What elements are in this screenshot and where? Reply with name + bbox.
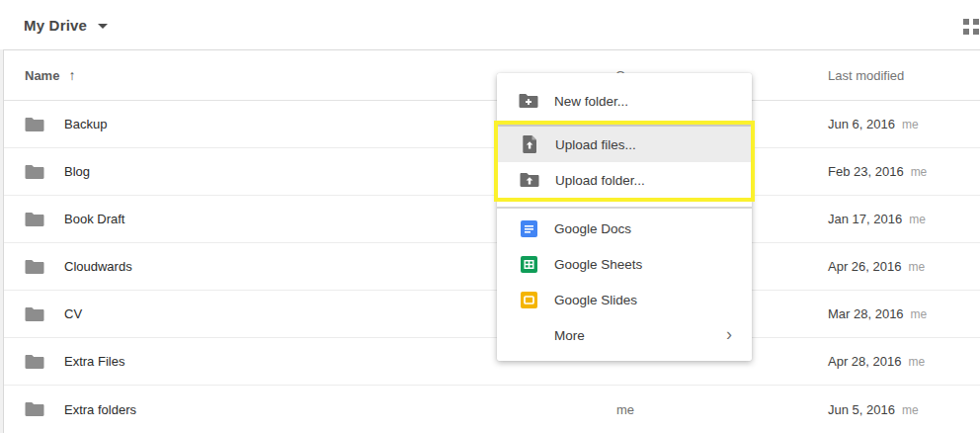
folder-name: Backup: [64, 117, 107, 131]
modified-by: me: [902, 118, 919, 131]
folder-icon: [25, 164, 44, 180]
caret-down-icon: [98, 24, 108, 29]
folder-icon: [25, 212, 44, 227]
last-modified-cell: Jun 5, 2016me: [828, 402, 919, 417]
modified-by: me: [911, 307, 928, 321]
menu-item-upload-folder[interactable]: Upload folder...: [498, 162, 751, 198]
table-row[interactable]: Extra Files Apr 28, 2016me: [4, 338, 980, 386]
table-row[interactable]: Book Draft Jan 17, 2016me: [4, 196, 980, 243]
google-docs-icon: [519, 219, 538, 237]
folder-icon: [25, 306, 44, 322]
folder-name: Blog: [64, 164, 90, 179]
new-context-menu: New folder... Upload files... Upload fol…: [497, 73, 752, 361]
folder-name: Cloudwards: [64, 259, 132, 274]
last-modified-cell: Apr 26, 2016me: [828, 259, 925, 274]
menu-item-more[interactable]: More ›: [497, 317, 752, 353]
modified-by: me: [908, 260, 925, 274]
table-row[interactable]: Cloudwards Apr 26, 2016me: [4, 243, 980, 291]
google-slides-icon: [519, 291, 538, 308]
menu-divider: [497, 207, 752, 209]
menu-item-upload-files[interactable]: Upload files...: [498, 127, 751, 162]
column-header-last-modified[interactable]: Last modified: [828, 68, 904, 83]
new-folder-icon: [519, 92, 538, 110]
menu-item-label: New folder...: [554, 94, 628, 109]
my-drive-dropdown[interactable]: My Drive: [24, 17, 108, 34]
menu-item-google-docs[interactable]: Google Docs: [497, 211, 752, 246]
folder-icon: [25, 354, 44, 370]
menu-item-new-folder[interactable]: New folder...: [497, 81, 752, 121]
menu-item-label: Google Docs: [554, 221, 631, 236]
table-row[interactable]: CV Mar 28, 2016me: [4, 291, 980, 338]
column-header-name[interactable]: Name ↑: [25, 67, 75, 83]
last-modified-cell: Feb 23, 2016me: [828, 164, 927, 179]
modified-by: me: [908, 355, 925, 369]
last-modified-cell: Jun 6, 2016me: [828, 117, 919, 131]
menu-item-label: Upload files...: [555, 137, 636, 152]
modified-by: me: [902, 403, 919, 417]
owner-cell: me: [616, 402, 634, 417]
menu-item-label: More: [554, 328, 585, 343]
folder-name: Extra folders: [64, 402, 136, 417]
folder-name: Book Draft: [64, 212, 124, 226]
name-header-label: Name: [25, 68, 59, 83]
table-row[interactable]: Backup Jun 6, 2016me: [4, 101, 980, 148]
last-modified-cell: Jan 17, 2016me: [828, 212, 926, 226]
page-title: My Drive: [24, 17, 87, 34]
menu-item-google-slides[interactable]: More Google Slides: [497, 282, 752, 317]
folder-icon: [25, 259, 44, 275]
folder-icon: [25, 401, 44, 417]
modified-by: me: [909, 213, 926, 226]
table-header: Name ↑ Owner Last modified: [4, 50, 980, 101]
top-bar: My Drive: [0, 0, 980, 49]
table-row[interactable]: Extra folders me Jun 5, 2016me: [4, 386, 980, 433]
spacer: [519, 326, 538, 344]
sort-ascending-icon: ↑: [68, 67, 75, 83]
last-modified-cell: Mar 28, 2016me: [828, 306, 927, 321]
file-list: Name ↑ Owner Last modified Backup Jun 6,…: [3, 49, 980, 433]
table-row[interactable]: Blog Feb 23, 2016me: [4, 148, 980, 196]
folder-name: CV: [64, 306, 82, 321]
folder-name: Extra Files: [64, 354, 124, 369]
chevron-right-icon: ›: [726, 325, 732, 343]
upload-folder-icon: [520, 171, 539, 189]
modified-by: me: [911, 165, 928, 179]
menu-item-label: Upload folder...: [555, 173, 645, 188]
menu-item-google-sheets[interactable]: Google Sheets: [497, 246, 752, 282]
grid-view-icon[interactable]: [963, 19, 979, 35]
menu-item-label: Google Slides: [554, 293, 637, 307]
last-modified-cell: Apr 28, 2016me: [828, 354, 925, 369]
menu-item-label: Google Sheets: [554, 257, 642, 272]
upload-file-icon: [520, 135, 539, 153]
tutorial-highlight-box: Upload files... Upload folder...: [494, 121, 755, 202]
folder-icon: [25, 117, 44, 132]
google-sheets-icon: [519, 255, 538, 273]
